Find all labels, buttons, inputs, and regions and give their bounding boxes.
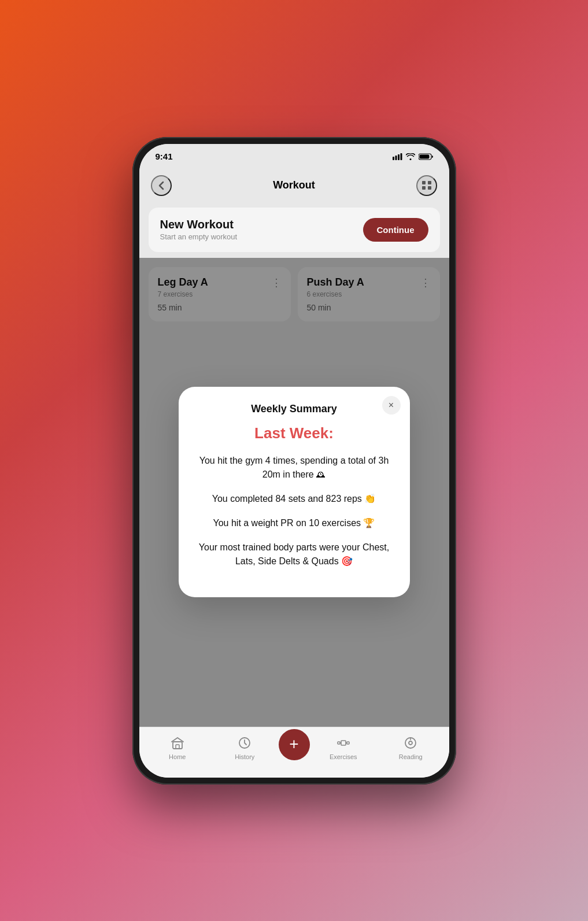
status-icons (393, 153, 433, 160)
battery-icon (419, 153, 433, 160)
new-workout-card: New Workout Start an empty workout Conti… (149, 208, 440, 252)
svg-rect-6 (173, 742, 182, 749)
phone-frame: 9:41 (132, 137, 456, 785)
new-workout-title: New Workout (160, 218, 238, 231)
grid-icon (422, 181, 431, 190)
tab-history-label: History (235, 753, 254, 760)
wifi-icon (406, 153, 415, 160)
modal-stat-sets: You completed 84 sets and 823 reps 👏 (193, 492, 396, 506)
svg-rect-9 (338, 742, 340, 744)
svg-rect-10 (347, 742, 349, 744)
home-icon (169, 735, 186, 751)
app-header: Workout (139, 169, 449, 202)
modal-title: Weekly Summary (193, 403, 396, 415)
add-icon: + (289, 736, 298, 752)
modal-close-button[interactable]: × (382, 396, 401, 415)
tab-bar: Home History + (139, 727, 449, 778)
tab-history[interactable]: History (211, 735, 279, 760)
grid-button[interactable] (416, 175, 437, 196)
weekly-summary-modal: × Weekly Summary Last Week: You hit the … (179, 387, 410, 597)
svg-rect-3 (400, 153, 402, 160)
back-arrow-icon (158, 181, 164, 190)
svg-rect-7 (176, 745, 179, 749)
new-workout-subtitle: Start an empty workout (160, 232, 238, 241)
phone-screen: 9:41 (139, 144, 449, 778)
svg-rect-1 (395, 156, 397, 160)
svg-rect-11 (341, 741, 346, 745)
tab-add-button[interactable]: + (279, 729, 310, 760)
tab-exercises-label: Exercises (330, 753, 357, 760)
content-area: Leg Day A 7 exercises ⋮ 55 min Push Day … (139, 258, 449, 727)
tab-home-label: Home (169, 753, 186, 760)
exercises-icon (335, 735, 352, 751)
continue-button[interactable]: Continue (363, 218, 428, 242)
svg-rect-2 (398, 154, 400, 160)
new-workout-text: New Workout Start an empty workout (160, 218, 238, 241)
history-icon (236, 735, 253, 751)
back-button[interactable] (151, 175, 172, 196)
status-time: 9:41 (156, 151, 173, 161)
reading-icon (402, 735, 419, 751)
tab-reading-label: Reading (399, 753, 423, 760)
tab-reading[interactable]: Reading (377, 735, 445, 760)
svg-rect-5 (419, 154, 429, 158)
tab-exercises[interactable]: Exercises (310, 735, 378, 760)
svg-rect-0 (393, 157, 394, 160)
signal-icon (393, 153, 402, 160)
modal-stat-pr: You hit a weight PR on 10 exercises 🏆 (193, 516, 396, 530)
page-title: Workout (273, 179, 315, 191)
modal-heading: Last Week: (193, 424, 396, 442)
modal-stat-body-parts: Your most trained body parts were your C… (193, 541, 396, 568)
modal-overlay: × Weekly Summary Last Week: You hit the … (139, 258, 449, 727)
status-bar: 9:41 (139, 144, 449, 169)
svg-point-15 (409, 741, 412, 745)
modal-stat-gym: You hit the gym 4 times, spending a tota… (193, 454, 396, 482)
tab-home[interactable]: Home (144, 735, 212, 760)
